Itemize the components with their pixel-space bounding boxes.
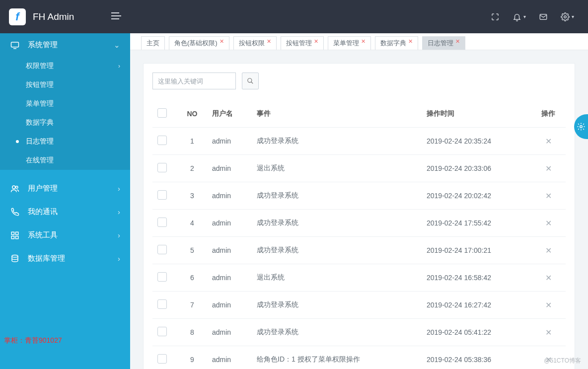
col-time: 操作时间 [422, 100, 531, 128]
cell-time: 2019-02-24 16:27:42 [422, 292, 531, 319]
cell-user: admin [207, 182, 252, 210]
delete-button[interactable]: ✕ [545, 246, 552, 255]
cell-event: 成功登录系统 [252, 182, 422, 210]
row-checkbox[interactable] [157, 299, 167, 309]
cell-user: admin [207, 292, 252, 319]
settings-icon[interactable]: ▾ [561, 12, 574, 21]
row-checkbox[interactable] [157, 245, 167, 254]
tabs-bar: 主页角色(基础权限)✕按钮权限✕按钮管理✕菜单管理✕数据字典✕日志管理✕ [130, 33, 588, 50]
sub-permission[interactable]: 权限管理› [0, 57, 130, 75]
delete-button[interactable]: ✕ [545, 164, 552, 173]
cell-time: 2019-02-24 05:38:36 [422, 346, 531, 369]
brand-area: f FH Admin [0, 0, 130, 33]
cell-user: admin [207, 237, 252, 264]
grid-icon [10, 231, 20, 240]
tab[interactable]: 角色(基础权限)✕ [169, 36, 229, 50]
search-icon [247, 77, 254, 84]
chevron-right-icon: › [118, 254, 120, 263]
delete-button[interactable]: ✕ [545, 328, 552, 337]
cell-time: 2019-02-24 20:33:06 [422, 155, 531, 182]
table-row: 1admin成功登录系统2019-02-24 20:35:24✕ [152, 128, 566, 155]
cell-no: 2 [177, 155, 207, 182]
search-input[interactable] [152, 73, 236, 89]
table-row: 2admin退出系统2019-02-24 20:33:06✕ [152, 155, 566, 182]
content-scroll[interactable]: NO 用户名 事件 操作时间 操作 1admin成功登录系统2019-02-24… [130, 50, 588, 369]
active-dot-icon [16, 140, 19, 143]
nav-database[interactable]: 数据库管理 › [0, 247, 130, 270]
cell-user: admin [207, 319, 252, 346]
cell-user: admin [207, 155, 252, 182]
database-icon [10, 254, 20, 263]
search-button[interactable] [242, 73, 259, 89]
tab[interactable]: 按钮管理✕ [281, 36, 324, 50]
cell-event: 成功登录系统 [252, 210, 422, 237]
tab[interactable]: 数据字典✕ [375, 36, 418, 50]
row-checkbox[interactable] [157, 163, 167, 172]
close-icon[interactable]: ✕ [361, 38, 366, 44]
nav-contact[interactable]: 我的通讯 › [0, 200, 130, 223]
delete-button[interactable]: ✕ [545, 219, 552, 227]
phone-icon [10, 208, 20, 217]
sub-menu-mgmt[interactable]: 菜单管理 [0, 94, 130, 113]
delete-button[interactable]: ✕ [545, 192, 552, 200]
row-checkbox[interactable] [157, 354, 167, 364]
svg-rect-12 [16, 236, 18, 238]
close-icon[interactable]: ✕ [408, 38, 413, 44]
tab[interactable]: 按钮权限✕ [233, 36, 277, 50]
cell-user: admin [207, 210, 252, 237]
fullscreen-icon[interactable] [491, 12, 500, 21]
row-checkbox[interactable] [157, 272, 167, 282]
col-user: 用户名 [207, 100, 252, 128]
cell-user: admin [207, 128, 252, 155]
sub-log-mgmt[interactable]: 日志管理 [0, 132, 130, 151]
nav-tools[interactable]: 系统工具 › [0, 223, 130, 247]
top-header: f FH Admin ▾ ▾ [0, 0, 588, 33]
svg-point-4 [564, 15, 567, 18]
cell-user: admin [207, 264, 252, 292]
cell-no: 9 [177, 346, 207, 369]
sub-button-mgmt[interactable]: 按钮管理 [0, 75, 130, 94]
table-row: 4admin成功登录系统2019-02-24 17:55:42✕ [152, 210, 566, 237]
table-row: 7admin成功登录系统2019-02-24 16:27:42✕ [152, 292, 566, 319]
cell-time: 2019-02-24 05:41:22 [422, 319, 531, 346]
sub-online-mgmt[interactable]: 在线管理 [0, 151, 130, 170]
delete-button[interactable]: ✕ [545, 137, 552, 146]
cell-event: 成功登录系统 [252, 128, 422, 155]
delete-button[interactable]: ✕ [545, 301, 552, 309]
mail-icon[interactable] [539, 12, 548, 21]
chevron-right-icon: › [118, 208, 120, 216]
tab[interactable]: 主页 [141, 36, 165, 50]
close-icon[interactable]: ✕ [220, 38, 224, 44]
table-row: 9admin给角色ID：1 授权了菜单权限操作2019-02-24 05:38:… [152, 346, 566, 369]
menu-toggle-icon[interactable] [111, 12, 121, 22]
select-all-checkbox[interactable] [157, 108, 167, 118]
chevron-right-icon: › [118, 184, 120, 193]
delete-button[interactable]: ✕ [545, 274, 552, 282]
table-row: 8admin成功登录系统2019-02-24 05:41:22✕ [152, 319, 566, 346]
close-icon[interactable]: ✕ [267, 38, 271, 44]
nav-system-subs: 权限管理› 按钮管理 菜单管理 数据字典 日志管理 在线管理 [0, 57, 130, 170]
nav-label: 系统管理 [28, 40, 58, 50]
bell-icon[interactable]: ▾ [513, 12, 526, 21]
header-actions: ▾ ▾ [491, 12, 588, 21]
row-checkbox[interactable] [157, 218, 167, 227]
table-row: 5admin成功登录系统2019-02-24 17:00:21✕ [152, 237, 566, 264]
sidebar: 系统管理 ⌄ 权限管理› 按钮管理 菜单管理 数据字典 日志管理 在线管理 用户… [0, 33, 130, 369]
close-icon[interactable]: ✕ [314, 38, 318, 44]
nav-user[interactable]: 用户管理 › [0, 177, 130, 200]
svg-line-15 [251, 82, 253, 84]
tab[interactable]: 菜单管理✕ [328, 36, 371, 50]
row-checkbox[interactable] [157, 190, 167, 200]
close-icon[interactable]: ✕ [455, 38, 460, 44]
row-checkbox[interactable] [157, 327, 167, 336]
tab[interactable]: 日志管理✕ [422, 36, 465, 50]
col-event: 事件 [252, 100, 422, 128]
main-area: 主页角色(基础权限)✕按钮权限✕按钮管理✕菜单管理✕数据字典✕日志管理✕ NO … [130, 33, 588, 369]
cell-no: 7 [177, 292, 207, 319]
cell-no: 1 [177, 128, 207, 155]
cell-no: 8 [177, 319, 207, 346]
cell-time: 2019-02-24 17:55:42 [422, 210, 531, 237]
row-checkbox[interactable] [157, 136, 167, 145]
sub-data-dict[interactable]: 数据字典 [0, 113, 130, 132]
nav-system[interactable]: 系统管理 ⌄ [0, 33, 130, 57]
